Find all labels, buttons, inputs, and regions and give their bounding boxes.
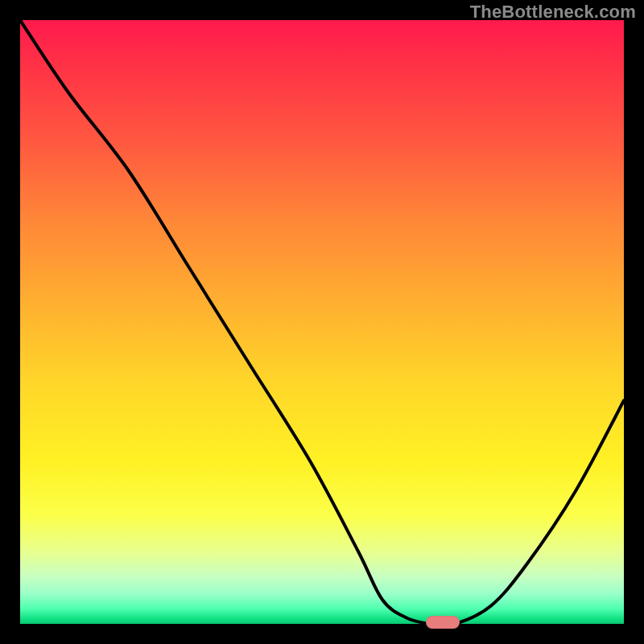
bottleneck-curve — [20, 20, 624, 624]
chart-frame: TheBottleneck.com — [0, 0, 644, 644]
plot-area — [20, 20, 624, 624]
curve-path — [20, 20, 624, 624]
optimal-marker — [426, 616, 460, 629]
